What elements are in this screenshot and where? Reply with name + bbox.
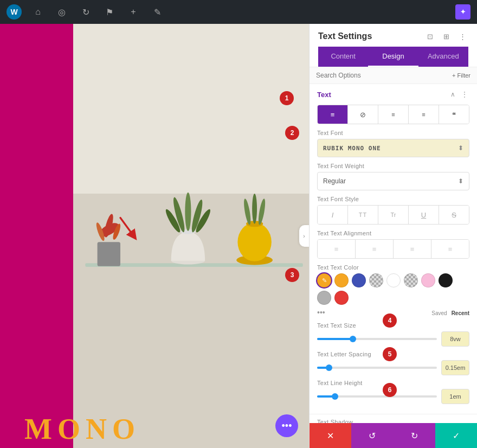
font-weight-value: Regular [323, 177, 346, 185]
text-section-title: Text [317, 91, 331, 99]
home-icon[interactable]: ⌂ [30, 4, 46, 20]
divi-icon[interactable]: ✦ [455, 4, 470, 20]
redo-button[interactable]: ↻ [394, 423, 435, 448]
font-select[interactable]: RUBIK MONO ONE ⬍ [317, 139, 469, 157]
format-btn-quote[interactable]: ❝ [439, 105, 469, 124]
color-swatch-gray[interactable] [317, 291, 331, 305]
align-btn-left[interactable]: ≡ [318, 240, 356, 258]
text-shadow-section: Text Shadow [310, 414, 477, 423]
canvas-magenta-strip [0, 24, 73, 448]
align-btn-right[interactable]: ≡ [394, 240, 431, 258]
svg-point-17 [243, 198, 252, 225]
top-toolbar: W ⌂ ◎ ↻ ⚑ + ✎ ✦ [0, 0, 477, 24]
more-colors-btn[interactable]: ••• [317, 308, 325, 317]
canvas-area: MONO ••• › [0, 24, 309, 448]
line-height-slider-track[interactable] [317, 395, 437, 398]
color-swatch-orange[interactable] [334, 273, 349, 287]
add-icon[interactable]: + [126, 4, 141, 20]
style-btn-allcaps[interactable]: TT [348, 206, 378, 224]
bottom-action-bar: ✕ ↺ ↻ ✓ [310, 423, 477, 448]
font-style-label: Text Font Style [317, 196, 469, 202]
more-icon[interactable]: ⋮ [456, 30, 468, 42]
step-badge-5: 5 [383, 347, 397, 361]
color-label: Text Text Color [317, 264, 469, 271]
size-slider-row: 8vw [317, 331, 469, 347]
color-swatch-blue[interactable] [352, 273, 366, 287]
section-more-btn[interactable]: ⋮ [460, 89, 469, 99]
recent-label: Recent [452, 310, 469, 316]
tab-advanced[interactable]: Advanced [418, 47, 468, 67]
section-controls: ∧ ⋮ [448, 89, 469, 99]
step-badge-6: 6 [383, 383, 397, 397]
panel-title-row: Text Settings ⊡ ⊞ ⋮ [318, 30, 468, 42]
responsive-icon[interactable]: ⊡ [424, 30, 436, 42]
tab-bar: Content Design Advanced [318, 47, 468, 67]
cancel-button[interactable]: ✕ [310, 423, 351, 448]
text-align-label: Text Text Alignment [317, 230, 469, 236]
saved-label: Saved [431, 310, 447, 316]
font-weight-label: Text Font Weight [317, 163, 469, 169]
font-select-value: RUBIK MONO ONE [323, 145, 381, 152]
fab-button[interactable]: ••• [275, 414, 298, 437]
svg-point-10 [185, 193, 191, 231]
color-swatch-black[interactable] [439, 273, 453, 287]
section-collapse-btn[interactable]: ∧ [448, 89, 457, 99]
pencil-icon: ✎ [322, 277, 327, 284]
line-height-slider-thumb[interactable] [332, 393, 338, 400]
edit-icon[interactable]: ✎ [150, 4, 165, 20]
text-align-group: ≡ ≡ ≡ ≡ [317, 239, 469, 259]
tab-design[interactable]: Design [368, 47, 418, 67]
shadow-label: Text Shadow [317, 419, 469, 423]
size-slider-track[interactable] [317, 338, 437, 340]
confirm-button[interactable]: ✓ [435, 423, 477, 448]
spacing-slider-value: 0.15em [441, 360, 469, 375]
color-swatch-transparent2[interactable] [404, 273, 418, 287]
color-swatch-white[interactable] [386, 273, 401, 287]
panel-header-icons: ⊡ ⊞ ⋮ [424, 30, 468, 42]
size-slider-thumb[interactable] [350, 336, 356, 342]
search-input[interactable] [316, 72, 452, 79]
panel-collapse-arrow[interactable]: › [299, 225, 309, 247]
format-btn-ordered[interactable]: ≡ [409, 105, 439, 124]
svg-line-6 [120, 218, 134, 236]
plants-svg [73, 24, 309, 448]
color-swatch-pink[interactable] [421, 273, 435, 287]
columns-icon[interactable]: ⊞ [440, 30, 452, 42]
spacing-slider-row: 0.15em [317, 360, 469, 375]
panel-body: Text ∧ ⋮ ≡ ⊘ ≡ ≡ ❝ Text Font R [310, 84, 477, 423]
svg-point-19 [257, 198, 266, 225]
font-select-arrow-icon: ⬍ [458, 144, 463, 152]
align-btn-center[interactable]: ≡ [356, 240, 394, 258]
style-btn-capitalize[interactable]: Tr [378, 206, 409, 224]
color-labels: Saved Recent [431, 310, 469, 316]
format-btn-list[interactable]: ≡ [378, 105, 409, 124]
font-weight-select[interactable]: Regular ⬍ [317, 172, 469, 190]
main-area: MONO ••• › Text Settings ⊡ ⊞ ⋮ Conten [0, 24, 477, 448]
step-badge-4: 4 [383, 313, 397, 328]
svg-point-15 [237, 222, 271, 261]
reset-button[interactable]: ↺ [351, 423, 393, 448]
step-badge-1: 1 [280, 91, 294, 105]
wordpress-icon[interactable]: W [7, 4, 22, 20]
filter-button[interactable]: + Filter [452, 72, 470, 79]
color-swatches: ✎ [317, 273, 469, 305]
comment-icon[interactable]: ⚑ [102, 4, 117, 20]
svg-rect-1 [98, 242, 120, 266]
align-btn-justify[interactable]: ≡ [431, 240, 469, 258]
style-btn-underline[interactable]: U [409, 206, 439, 224]
step-badge-3: 3 [285, 268, 299, 282]
color-swatch-red[interactable] [334, 291, 349, 305]
style-btn-italic[interactable]: I [318, 206, 348, 224]
tab-content[interactable]: Content [318, 47, 368, 67]
refresh-icon[interactable]: ↻ [78, 4, 93, 20]
style-btn-strikethrough[interactable]: S [439, 206, 469, 224]
format-btn-align-left[interactable]: ≡ [318, 105, 348, 124]
format-btn-none[interactable]: ⊘ [348, 105, 378, 124]
spacing-slider-thumb[interactable] [326, 364, 332, 371]
color-swatch-transparent[interactable] [369, 273, 383, 287]
line-height-slider-value: 1em [441, 389, 469, 404]
color-swatch-active[interactable]: ✎ [317, 273, 331, 287]
spacing-slider-track[interactable] [317, 367, 437, 369]
theme-icon[interactable]: ◎ [54, 4, 69, 20]
size-slider-fill [317, 338, 353, 340]
